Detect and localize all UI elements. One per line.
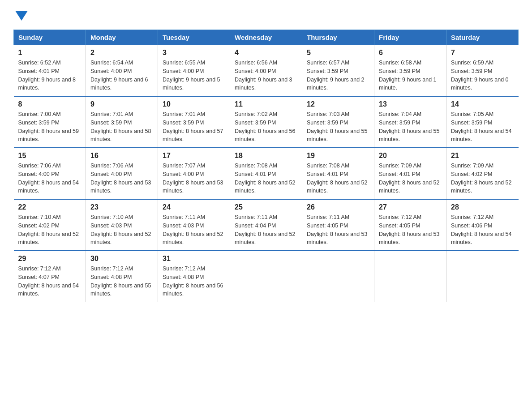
day-info: Sunrise: 7:05 AM Sunset: 3:59 PM Dayligh… [451,110,514,144]
day-info: Sunrise: 7:06 AM Sunset: 4:00 PM Dayligh… [18,162,82,195]
weekday-header-tuesday: Tuesday [158,30,230,45]
day-info: Sunrise: 6:58 AM Sunset: 3:59 PM Dayligh… [379,59,442,92]
weekday-header-thursday: Thursday [302,30,374,45]
day-number: 20 [379,152,442,160]
day-info: Sunrise: 6:54 AM Sunset: 4:00 PM Dayligh… [90,59,153,92]
day-number: 10 [163,100,225,108]
day-number: 16 [90,152,153,160]
page-header [13,9,519,21]
calendar-cell: 31 Sunrise: 7:12 AM Sunset: 4:08 PM Dayl… [158,251,230,302]
day-info: Sunrise: 7:01 AM Sunset: 3:59 PM Dayligh… [90,110,153,144]
day-number: 26 [307,203,369,211]
calendar-cell: 20 Sunrise: 7:09 AM Sunset: 4:01 PM Dayl… [374,148,446,199]
day-info: Sunrise: 7:09 AM Sunset: 4:02 PM Dayligh… [451,162,514,195]
day-number: 18 [235,152,297,160]
calendar-cell: 6 Sunrise: 6:58 AM Sunset: 3:59 PM Dayli… [374,45,446,97]
calendar-cell: 14 Sunrise: 7:05 AM Sunset: 3:59 PM Dayl… [446,96,519,148]
day-info: Sunrise: 7:12 AM Sunset: 4:07 PM Dayligh… [18,265,82,298]
calendar-cell: 4 Sunrise: 6:56 AM Sunset: 4:00 PM Dayli… [230,45,302,97]
day-number: 23 [90,203,153,211]
calendar-cell: 21 Sunrise: 7:09 AM Sunset: 4:02 PM Dayl… [446,148,519,199]
day-info: Sunrise: 7:09 AM Sunset: 4:01 PM Dayligh… [379,162,442,195]
calendar-cell [302,251,374,302]
day-number: 7 [451,49,514,57]
calendar-cell: 24 Sunrise: 7:11 AM Sunset: 4:03 PM Dayl… [158,199,230,251]
day-info: Sunrise: 7:01 AM Sunset: 3:59 PM Dayligh… [163,110,225,144]
day-number: 12 [307,100,369,108]
day-info: Sunrise: 7:12 AM Sunset: 4:08 PM Dayligh… [90,265,153,298]
day-info: Sunrise: 6:59 AM Sunset: 3:59 PM Dayligh… [451,59,514,92]
day-info: Sunrise: 7:12 AM Sunset: 4:08 PM Dayligh… [163,265,225,298]
day-info: Sunrise: 6:56 AM Sunset: 4:00 PM Dayligh… [235,59,297,92]
day-number: 13 [379,100,442,108]
day-number: 29 [18,255,82,263]
calendar-header: SundayMondayTuesdayWednesdayThursdayFrid… [14,30,519,45]
calendar-cell: 5 Sunrise: 6:57 AM Sunset: 3:59 PM Dayli… [302,45,374,97]
calendar-cell: 15 Sunrise: 7:06 AM Sunset: 4:00 PM Dayl… [14,148,86,199]
calendar-cell [446,251,519,302]
calendar-cell [230,251,302,302]
day-number: 1 [18,49,82,57]
calendar-cell: 17 Sunrise: 7:07 AM Sunset: 4:00 PM Dayl… [158,148,230,199]
day-info: Sunrise: 7:12 AM Sunset: 4:06 PM Dayligh… [451,213,514,247]
calendar-cell: 30 Sunrise: 7:12 AM Sunset: 4:08 PM Dayl… [86,251,158,302]
day-number: 30 [90,255,153,263]
calendar-cell: 25 Sunrise: 7:11 AM Sunset: 4:04 PM Dayl… [230,199,302,251]
day-number: 3 [163,49,225,57]
calendar-table: SundayMondayTuesdayWednesdayThursdayFrid… [13,30,519,302]
day-info: Sunrise: 6:52 AM Sunset: 4:01 PM Dayligh… [18,59,82,92]
calendar-cell: 3 Sunrise: 6:55 AM Sunset: 4:00 PM Dayli… [158,45,230,97]
logo [13,9,28,21]
day-number: 21 [451,152,514,160]
day-number: 27 [379,203,442,211]
day-info: Sunrise: 7:10 AM Sunset: 4:03 PM Dayligh… [90,213,153,247]
weekday-header-row: SundayMondayTuesdayWednesdayThursdayFrid… [14,30,519,45]
day-number: 19 [307,152,369,160]
weekday-header-friday: Friday [374,30,446,45]
weekday-header-sunday: Sunday [14,30,86,45]
day-info: Sunrise: 7:03 AM Sunset: 3:59 PM Dayligh… [307,110,369,144]
weekday-header-monday: Monday [86,30,158,45]
day-info: Sunrise: 7:06 AM Sunset: 4:00 PM Dayligh… [90,162,153,195]
calendar-cell: 1 Sunrise: 6:52 AM Sunset: 4:01 PM Dayli… [14,45,86,97]
calendar-week-row: 8 Sunrise: 7:00 AM Sunset: 3:59 PM Dayli… [14,96,519,148]
calendar-cell: 27 Sunrise: 7:12 AM Sunset: 4:05 PM Dayl… [374,199,446,251]
calendar-week-row: 29 Sunrise: 7:12 AM Sunset: 4:07 PM Dayl… [14,251,519,302]
day-number: 9 [90,100,153,108]
day-info: Sunrise: 7:02 AM Sunset: 3:59 PM Dayligh… [235,110,297,144]
calendar-cell: 7 Sunrise: 6:59 AM Sunset: 3:59 PM Dayli… [446,45,519,97]
day-number: 22 [18,203,82,211]
day-number: 2 [90,49,153,57]
day-info: Sunrise: 7:00 AM Sunset: 3:59 PM Dayligh… [18,110,82,144]
calendar-cell: 29 Sunrise: 7:12 AM Sunset: 4:07 PM Dayl… [14,251,86,302]
calendar-cell: 26 Sunrise: 7:11 AM Sunset: 4:05 PM Dayl… [302,199,374,251]
calendar-cell: 19 Sunrise: 7:08 AM Sunset: 4:01 PM Dayl… [302,148,374,199]
calendar-cell: 9 Sunrise: 7:01 AM Sunset: 3:59 PM Dayli… [86,96,158,148]
day-info: Sunrise: 7:11 AM Sunset: 4:04 PM Dayligh… [235,213,297,247]
day-number: 14 [451,100,514,108]
calendar-cell: 16 Sunrise: 7:06 AM Sunset: 4:00 PM Dayl… [86,148,158,199]
day-number: 28 [451,203,514,211]
day-info: Sunrise: 7:07 AM Sunset: 4:00 PM Dayligh… [163,162,225,195]
day-info: Sunrise: 7:10 AM Sunset: 4:02 PM Dayligh… [18,213,82,247]
calendar-cell: 12 Sunrise: 7:03 AM Sunset: 3:59 PM Dayl… [302,96,374,148]
calendar-week-row: 15 Sunrise: 7:06 AM Sunset: 4:00 PM Dayl… [14,148,519,199]
calendar-cell: 23 Sunrise: 7:10 AM Sunset: 4:03 PM Dayl… [86,199,158,251]
calendar-cell [374,251,446,302]
calendar-cell: 8 Sunrise: 7:00 AM Sunset: 3:59 PM Dayli… [14,96,86,148]
day-number: 24 [163,203,225,211]
day-number: 31 [163,255,225,263]
day-info: Sunrise: 7:11 AM Sunset: 4:03 PM Dayligh… [163,213,225,247]
day-info: Sunrise: 7:12 AM Sunset: 4:05 PM Dayligh… [379,213,442,247]
day-number: 25 [235,203,297,211]
day-number: 15 [18,152,82,160]
day-number: 8 [18,100,82,108]
calendar-week-row: 22 Sunrise: 7:10 AM Sunset: 4:02 PM Dayl… [14,199,519,251]
day-info: Sunrise: 7:04 AM Sunset: 3:59 PM Dayligh… [379,110,442,144]
calendar-cell: 2 Sunrise: 6:54 AM Sunset: 4:00 PM Dayli… [86,45,158,97]
day-number: 11 [235,100,297,108]
calendar-cell: 11 Sunrise: 7:02 AM Sunset: 3:59 PM Dayl… [230,96,302,148]
day-number: 4 [235,49,297,57]
calendar-cell: 10 Sunrise: 7:01 AM Sunset: 3:59 PM Dayl… [158,96,230,148]
logo-triangle-icon [15,11,28,21]
